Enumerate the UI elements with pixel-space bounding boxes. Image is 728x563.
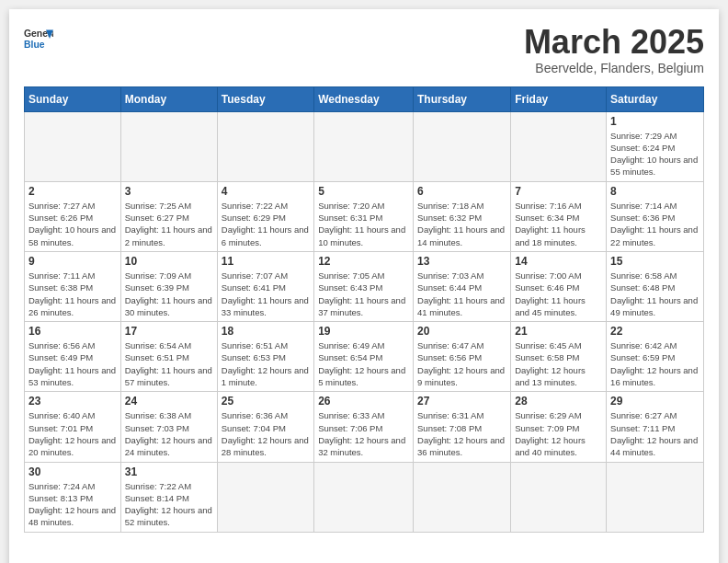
calendar-cell [414,111,511,181]
calendar-cell: 1Sunrise: 7:29 AM Sunset: 6:24 PM Daylig… [607,111,704,181]
calendar-cell [25,111,121,181]
day-info: Sunrise: 7:09 AM Sunset: 6:39 PM Dayligh… [125,270,213,318]
day-info: Sunrise: 7:03 AM Sunset: 6:44 PM Dayligh… [417,270,506,318]
day-number: 3 [125,185,213,198]
day-number: 14 [515,255,602,268]
calendar-cell [511,462,607,532]
day-info: Sunrise: 7:16 AM Sunset: 6:34 PM Dayligh… [515,200,602,248]
calendar-cell [314,111,414,181]
calendar-cell: 8Sunrise: 7:14 AM Sunset: 6:36 PM Daylig… [607,181,704,251]
day-info: Sunrise: 7:00 AM Sunset: 6:46 PM Dayligh… [515,270,602,318]
day-number: 22 [610,325,700,338]
day-header-sunday: Sunday [25,86,121,111]
day-number: 27 [417,395,506,408]
day-number: 21 [515,325,602,338]
calendar-cell [120,111,217,181]
day-info: Sunrise: 6:56 AM Sunset: 6:49 PM Dayligh… [28,339,117,388]
day-info: Sunrise: 6:45 AM Sunset: 6:58 PM Dayligh… [515,339,602,388]
calendar-cell: 5Sunrise: 7:20 AM Sunset: 6:31 PM Daylig… [314,181,414,251]
calendar-cell: 26Sunrise: 6:33 AM Sunset: 7:06 PM Dayli… [314,392,414,462]
week-row-4: 16Sunrise: 6:56 AM Sunset: 6:49 PM Dayli… [25,322,704,392]
calendar-cell: 23Sunrise: 6:40 AM Sunset: 7:01 PM Dayli… [25,392,121,462]
day-info: Sunrise: 6:40 AM Sunset: 7:01 PM Dayligh… [28,409,117,458]
day-info: Sunrise: 6:58 AM Sunset: 6:48 PM Dayligh… [610,270,700,318]
calendar-cell: 27Sunrise: 6:31 AM Sunset: 7:08 PM Dayli… [414,392,511,462]
day-number: 2 [28,185,117,198]
calendar-cell: 31Sunrise: 7:22 AM Sunset: 8:14 PM Dayli… [120,462,217,532]
day-info: Sunrise: 6:51 AM Sunset: 6:53 PM Dayligh… [222,339,310,388]
calendar-cell: 16Sunrise: 6:56 AM Sunset: 6:49 PM Dayli… [25,322,121,392]
calendar-cell: 21Sunrise: 6:45 AM Sunset: 6:58 PM Dayli… [511,322,607,392]
day-number: 16 [28,325,117,338]
calendar-cell: 11Sunrise: 7:07 AM Sunset: 6:41 PM Dayli… [217,251,313,321]
day-info: Sunrise: 7:22 AM Sunset: 8:14 PM Dayligh… [125,480,213,529]
subtitle: Beervelde, Flanders, Belgium [524,61,704,75]
day-info: Sunrise: 6:49 AM Sunset: 6:54 PM Dayligh… [318,339,409,388]
week-row-3: 9Sunrise: 7:11 AM Sunset: 6:38 PM Daylig… [25,251,704,321]
calendar-cell [511,111,607,181]
week-row-2: 2Sunrise: 7:27 AM Sunset: 6:26 PM Daylig… [25,181,704,251]
day-number: 10 [125,255,213,268]
day-number: 6 [417,185,506,198]
calendar-cell: 28Sunrise: 6:29 AM Sunset: 7:09 PM Dayli… [511,392,607,462]
calendar-cell [314,462,414,532]
day-info: Sunrise: 7:22 AM Sunset: 6:29 PM Dayligh… [222,200,310,248]
day-number: 7 [515,185,602,198]
week-row-1: 1Sunrise: 7:29 AM Sunset: 6:24 PM Daylig… [25,111,704,181]
day-info: Sunrise: 7:29 AM Sunset: 6:24 PM Dayligh… [610,130,700,178]
calendar-cell: 19Sunrise: 6:49 AM Sunset: 6:54 PM Dayli… [314,322,414,392]
day-number: 15 [610,255,700,268]
day-number: 25 [222,395,310,408]
days-header-row: SundayMondayTuesdayWednesdayThursdayFrid… [25,86,704,111]
day-number: 31 [125,465,213,478]
day-number: 17 [125,325,213,338]
day-info: Sunrise: 6:38 AM Sunset: 7:03 PM Dayligh… [125,409,213,458]
calendar-cell: 6Sunrise: 7:18 AM Sunset: 6:32 PM Daylig… [414,181,511,251]
calendar-cell: 15Sunrise: 6:58 AM Sunset: 6:48 PM Dayli… [607,251,704,321]
day-info: Sunrise: 6:54 AM Sunset: 6:51 PM Dayligh… [125,339,213,388]
svg-text:Blue: Blue [24,40,45,50]
day-info: Sunrise: 6:33 AM Sunset: 7:06 PM Dayligh… [318,409,409,458]
day-number: 13 [417,255,506,268]
day-header-friday: Friday [511,86,607,111]
day-info: Sunrise: 7:11 AM Sunset: 6:38 PM Dayligh… [28,270,117,318]
day-info: Sunrise: 7:05 AM Sunset: 6:43 PM Dayligh… [318,270,409,318]
calendar-cell: 17Sunrise: 6:54 AM Sunset: 6:51 PM Dayli… [120,322,217,392]
day-number: 23 [28,395,117,408]
day-info: Sunrise: 6:31 AM Sunset: 7:08 PM Dayligh… [417,409,506,458]
day-number: 24 [125,395,213,408]
calendar-cell: 3Sunrise: 7:25 AM Sunset: 6:27 PM Daylig… [120,181,217,251]
day-number: 18 [222,325,310,338]
day-header-monday: Monday [120,86,217,111]
day-number: 19 [318,325,409,338]
day-number: 12 [318,255,409,268]
calendar-table: SundayMondayTuesdayWednesdayThursdayFrid… [24,86,704,533]
month-title: March 2025 [524,24,704,61]
title-section: March 2025 Beervelde, Flanders, Belgium [524,24,704,75]
day-number: 28 [515,395,602,408]
calendar-cell [607,462,704,532]
day-number: 5 [318,185,409,198]
day-info: Sunrise: 7:20 AM Sunset: 6:31 PM Dayligh… [318,200,409,248]
calendar-cell: 25Sunrise: 6:36 AM Sunset: 7:04 PM Dayli… [217,392,313,462]
day-header-tuesday: Tuesday [217,86,313,111]
day-number: 1 [610,115,700,128]
day-number: 29 [610,395,700,408]
day-header-wednesday: Wednesday [314,86,414,111]
day-number: 4 [222,185,310,198]
calendar-cell: 29Sunrise: 6:27 AM Sunset: 7:11 PM Dayli… [607,392,704,462]
header: General Blue March 2025 Beervelde, Fland… [24,24,704,75]
day-header-thursday: Thursday [414,86,511,111]
day-info: Sunrise: 6:27 AM Sunset: 7:11 PM Dayligh… [610,409,700,458]
day-info: Sunrise: 7:25 AM Sunset: 6:27 PM Dayligh… [125,200,213,248]
day-header-saturday: Saturday [607,86,704,111]
day-number: 26 [318,395,409,408]
day-number: 30 [28,465,117,478]
day-info: Sunrise: 6:47 AM Sunset: 6:56 PM Dayligh… [417,339,506,388]
calendar-cell: 4Sunrise: 7:22 AM Sunset: 6:29 PM Daylig… [217,181,313,251]
day-number: 11 [222,255,310,268]
day-info: Sunrise: 7:27 AM Sunset: 6:26 PM Dayligh… [28,200,117,248]
calendar-cell: 9Sunrise: 7:11 AM Sunset: 6:38 PM Daylig… [25,251,121,321]
calendar-cell [414,462,511,532]
calendar-cell: 13Sunrise: 7:03 AM Sunset: 6:44 PM Dayli… [414,251,511,321]
